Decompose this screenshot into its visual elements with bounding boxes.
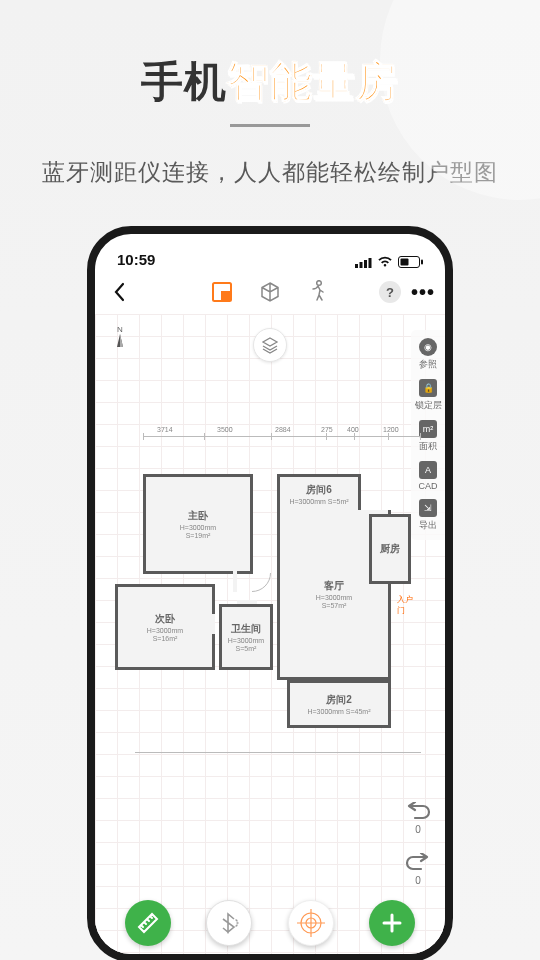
room-master-bedroom[interactable]: 主卧 H=3000mm S=19m²	[143, 474, 253, 574]
svg-rect-3	[369, 258, 372, 268]
tab-walk[interactable]	[306, 280, 330, 304]
room-6[interactable]: 房间6 H=3000mm S=5m²	[277, 474, 361, 510]
cad-icon: A	[419, 461, 437, 479]
help-button[interactable]: ?	[379, 281, 401, 303]
crosshair-icon	[296, 908, 326, 938]
dim-top-1: 3500	[217, 426, 233, 433]
headline-part2: 智能量房	[227, 58, 399, 105]
status-bar: 10:59	[95, 234, 445, 270]
canvas-area[interactable]: N ◉参照 🔒锁定层 m²面积 ACAD ⇲导出 3714 3500 2884 …	[95, 314, 445, 960]
add-button[interactable]	[369, 900, 415, 946]
svg-rect-0	[355, 264, 358, 268]
room-second-bedroom[interactable]: 次卧 H=3000mm S=16m²	[115, 584, 215, 670]
svg-rect-8	[221, 291, 231, 301]
history-controls: 0 0	[405, 802, 431, 886]
target-button[interactable]	[288, 900, 334, 946]
svg-rect-5	[401, 259, 409, 266]
area-icon: m²	[419, 420, 437, 438]
dimension-line-top	[143, 436, 421, 437]
redo-icon	[405, 853, 431, 873]
dim-top-3: 275	[321, 426, 333, 433]
svg-text:N: N	[117, 325, 123, 334]
room-bathroom[interactable]: 卫生间 H=3000mm S=5m²	[219, 604, 273, 670]
bluetooth-icon	[217, 911, 241, 935]
dimension-line-bottom	[135, 752, 421, 753]
headline-part1: 手机	[141, 58, 227, 105]
compass-icon: N	[111, 324, 129, 359]
app-toolbar: ? •••	[95, 270, 445, 314]
redo-button[interactable]: 0	[405, 853, 431, 886]
door-second	[211, 614, 215, 634]
phone-mockup: 10:59 ? ••• N	[87, 226, 453, 960]
action-bar	[95, 900, 445, 946]
chevron-left-icon	[111, 282, 127, 302]
eye-icon: ◉	[419, 338, 437, 356]
signal-icon	[355, 257, 372, 268]
svg-point-9	[317, 281, 322, 286]
export-icon: ⇲	[419, 499, 437, 517]
side-reference[interactable]: ◉参照	[411, 338, 445, 371]
more-button[interactable]: •••	[411, 281, 435, 304]
dim-top-4: 400	[347, 426, 359, 433]
side-cad[interactable]: ACAD	[411, 461, 445, 491]
walk-icon	[308, 280, 328, 304]
svg-rect-1	[360, 262, 363, 268]
side-export[interactable]: ⇲导出	[411, 499, 445, 532]
dim-top-5: 1200	[383, 426, 399, 433]
door-bath	[237, 600, 257, 604]
svg-rect-2	[364, 260, 367, 268]
floor-plan[interactable]: 主卧 H=3000mm S=19m² 次卧 H=3000mm S=16m² 卫生…	[115, 454, 415, 744]
tab-2d[interactable]	[210, 280, 234, 304]
cube-icon	[259, 281, 281, 303]
headline-underline	[230, 124, 310, 127]
measure-button[interactable]	[125, 900, 171, 946]
dim-top-0: 3714	[157, 426, 173, 433]
undo-button[interactable]: 0	[405, 802, 431, 835]
door-master	[233, 570, 237, 592]
tab-3d[interactable]	[258, 280, 282, 304]
side-panel: ◉参照 🔒锁定层 m²面积 ACAD ⇲导出	[411, 330, 445, 540]
plus-icon	[381, 912, 403, 934]
undo-icon	[405, 802, 431, 822]
dim-top-2: 2884	[275, 426, 291, 433]
side-lock-layer[interactable]: 🔒锁定层	[411, 379, 445, 412]
status-icons	[355, 256, 423, 268]
svg-rect-6	[421, 260, 423, 265]
status-time: 10:59	[117, 251, 155, 268]
view-mode-tabs	[210, 280, 330, 304]
battery-icon	[398, 256, 423, 268]
wifi-icon	[377, 256, 393, 268]
layers-button[interactable]	[253, 328, 287, 362]
room-kitchen[interactable]: 厨房	[369, 514, 411, 584]
layers-icon	[260, 335, 280, 355]
back-button[interactable]	[105, 282, 133, 302]
floorplan-icon	[211, 281, 233, 303]
lock-icon: 🔒	[419, 379, 437, 397]
entry-door-label: 入户门	[397, 594, 415, 616]
room-2[interactable]: 房间2 H=3000mm S=45m²	[287, 680, 391, 728]
ruler-icon	[136, 911, 160, 935]
bluetooth-button[interactable]	[206, 900, 252, 946]
